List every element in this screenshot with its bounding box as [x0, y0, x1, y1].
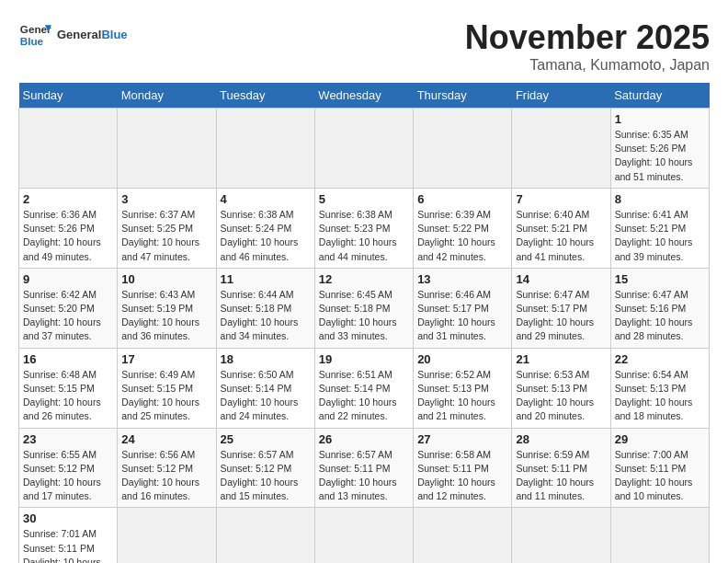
day-info: Sunrise: 6:49 AM Sunset: 5:15 PM Dayligh…: [121, 368, 211, 424]
day-info: Sunrise: 6:41 AM Sunset: 5:21 PM Dayligh…: [615, 208, 705, 264]
day-info: Sunrise: 6:59 AM Sunset: 5:11 PM Dayligh…: [516, 448, 606, 504]
calendar-cell: 8Sunrise: 6:41 AM Sunset: 5:21 PM Daylig…: [610, 188, 709, 268]
general-blue-logo-icon: General Blue: [18, 18, 51, 52]
header: General Blue GeneralBlue November 2025 T…: [18, 18, 710, 74]
day-info: Sunrise: 6:51 AM Sunset: 5:14 PM Dayligh…: [319, 368, 409, 424]
day-number: 1: [615, 112, 705, 126]
day-number: 4: [221, 192, 311, 206]
day-info: Sunrise: 6:44 AM Sunset: 5:18 PM Dayligh…: [221, 288, 311, 344]
calendar-cell: [610, 508, 709, 563]
calendar-cell: 13Sunrise: 6:46 AM Sunset: 5:17 PM Dayli…: [414, 268, 512, 348]
calendar-cell: 11Sunrise: 6:44 AM Sunset: 5:18 PM Dayli…: [216, 268, 314, 348]
day-number: 10: [121, 272, 211, 286]
calendar-week-row: 23Sunrise: 6:55 AM Sunset: 5:12 PM Dayli…: [19, 428, 710, 508]
header-wednesday: Wednesday: [314, 83, 413, 109]
calendar-cell: 4Sunrise: 6:38 AM Sunset: 5:24 PM Daylig…: [216, 188, 314, 268]
calendar-cell: [118, 109, 216, 189]
day-number: 28: [516, 432, 606, 446]
day-number: 14: [516, 272, 606, 286]
svg-text:General: General: [20, 23, 51, 35]
calendar-cell: 22Sunrise: 6:54 AM Sunset: 5:13 PM Dayli…: [610, 348, 709, 428]
day-number: 24: [121, 432, 211, 446]
day-number: 23: [23, 432, 113, 446]
day-number: 8: [615, 192, 705, 206]
day-number: 21: [516, 352, 606, 366]
calendar-cell: 12Sunrise: 6:45 AM Sunset: 5:18 PM Dayli…: [314, 268, 413, 348]
day-number: 2: [23, 192, 113, 206]
calendar-cell: 9Sunrise: 6:42 AM Sunset: 5:20 PM Daylig…: [19, 268, 118, 348]
day-info: Sunrise: 6:50 AM Sunset: 5:14 PM Dayligh…: [221, 368, 311, 424]
calendar-week-row: 16Sunrise: 6:48 AM Sunset: 5:15 PM Dayli…: [19, 348, 710, 428]
calendar-cell: 6Sunrise: 6:39 AM Sunset: 5:22 PM Daylig…: [414, 188, 512, 268]
day-info: Sunrise: 6:55 AM Sunset: 5:12 PM Dayligh…: [23, 448, 113, 504]
day-number: 3: [121, 192, 211, 206]
calendar-cell: 28Sunrise: 6:59 AM Sunset: 5:11 PM Dayli…: [512, 428, 610, 508]
calendar-cell: 23Sunrise: 6:55 AM Sunset: 5:12 PM Dayli…: [19, 428, 118, 508]
calendar-cell: [314, 508, 413, 563]
header-friday: Friday: [512, 83, 610, 109]
calendar-week-row: 30Sunrise: 7:01 AM Sunset: 5:11 PM Dayli…: [19, 508, 710, 563]
day-number: 7: [516, 192, 606, 206]
day-info: Sunrise: 6:42 AM Sunset: 5:20 PM Dayligh…: [23, 288, 113, 344]
day-info: Sunrise: 6:43 AM Sunset: 5:19 PM Dayligh…: [121, 288, 211, 344]
calendar-cell: [512, 109, 610, 189]
day-number: 9: [23, 272, 113, 286]
day-number: 5: [319, 192, 409, 206]
day-number: 20: [417, 352, 507, 366]
day-number: 16: [23, 352, 113, 366]
day-number: 15: [615, 272, 705, 286]
calendar-cell: 17Sunrise: 6:49 AM Sunset: 5:15 PM Dayli…: [118, 348, 216, 428]
day-info: Sunrise: 6:54 AM Sunset: 5:13 PM Dayligh…: [615, 368, 705, 424]
day-info: Sunrise: 6:58 AM Sunset: 5:11 PM Dayligh…: [417, 448, 507, 504]
calendar-cell: 14Sunrise: 6:47 AM Sunset: 5:17 PM Dayli…: [512, 268, 610, 348]
calendar-cell: [118, 508, 216, 563]
calendar-cell: 10Sunrise: 6:43 AM Sunset: 5:19 PM Dayli…: [118, 268, 216, 348]
calendar-table: Sunday Monday Tuesday Wednesday Thursday…: [18, 83, 710, 563]
calendar-cell: 20Sunrise: 6:52 AM Sunset: 5:13 PM Dayli…: [414, 348, 512, 428]
calendar-week-row: 1Sunrise: 6:35 AM Sunset: 5:26 PM Daylig…: [19, 109, 710, 189]
calendar-cell: 27Sunrise: 6:58 AM Sunset: 5:11 PM Dayli…: [414, 428, 512, 508]
day-info: Sunrise: 6:45 AM Sunset: 5:18 PM Dayligh…: [319, 288, 409, 344]
header-monday: Monday: [118, 83, 216, 109]
calendar-cell: 5Sunrise: 6:38 AM Sunset: 5:23 PM Daylig…: [314, 188, 413, 268]
day-info: Sunrise: 6:53 AM Sunset: 5:13 PM Dayligh…: [516, 368, 606, 424]
day-info: Sunrise: 6:40 AM Sunset: 5:21 PM Dayligh…: [516, 208, 606, 264]
day-number: 17: [121, 352, 211, 366]
day-info: Sunrise: 6:46 AM Sunset: 5:17 PM Dayligh…: [417, 288, 507, 344]
calendar-body: 1Sunrise: 6:35 AM Sunset: 5:26 PM Daylig…: [19, 109, 710, 564]
day-number: 12: [319, 272, 409, 286]
month-title: November 2025: [465, 18, 710, 57]
calendar-cell: 16Sunrise: 6:48 AM Sunset: 5:15 PM Dayli…: [19, 348, 118, 428]
day-info: Sunrise: 6:47 AM Sunset: 5:16 PM Dayligh…: [615, 288, 705, 344]
day-info: Sunrise: 6:36 AM Sunset: 5:26 PM Dayligh…: [23, 208, 113, 264]
header-thursday: Thursday: [414, 83, 512, 109]
day-info: Sunrise: 6:35 AM Sunset: 5:26 PM Dayligh…: [615, 128, 705, 184]
calendar-cell: 7Sunrise: 6:40 AM Sunset: 5:21 PM Daylig…: [512, 188, 610, 268]
calendar-header: Sunday Monday Tuesday Wednesday Thursday…: [19, 83, 710, 109]
logo-blue: Blue: [101, 28, 127, 41]
calendar-cell: 24Sunrise: 6:56 AM Sunset: 5:12 PM Dayli…: [118, 428, 216, 508]
header-row: Sunday Monday Tuesday Wednesday Thursday…: [19, 83, 710, 109]
calendar-week-row: 2Sunrise: 6:36 AM Sunset: 5:26 PM Daylig…: [19, 188, 710, 268]
day-number: 27: [417, 432, 507, 446]
day-number: 22: [615, 352, 705, 366]
calendar-cell: 18Sunrise: 6:50 AM Sunset: 5:14 PM Dayli…: [216, 348, 314, 428]
calendar-cell: 25Sunrise: 6:57 AM Sunset: 5:12 PM Dayli…: [216, 428, 314, 508]
calendar-cell: 19Sunrise: 6:51 AM Sunset: 5:14 PM Dayli…: [314, 348, 413, 428]
calendar-cell: [414, 508, 512, 563]
logo: General Blue GeneralBlue: [18, 18, 128, 52]
calendar-cell: [216, 508, 314, 563]
calendar-week-row: 9Sunrise: 6:42 AM Sunset: 5:20 PM Daylig…: [19, 268, 710, 348]
day-info: Sunrise: 6:56 AM Sunset: 5:12 PM Dayligh…: [121, 448, 211, 504]
header-sunday: Sunday: [19, 83, 118, 109]
day-number: 30: [23, 511, 113, 525]
day-info: Sunrise: 7:00 AM Sunset: 5:11 PM Dayligh…: [615, 448, 705, 504]
day-number: 29: [615, 432, 705, 446]
day-info: Sunrise: 6:39 AM Sunset: 5:22 PM Dayligh…: [417, 208, 507, 264]
day-number: 18: [221, 352, 311, 366]
calendar-cell: 30Sunrise: 7:01 AM Sunset: 5:11 PM Dayli…: [19, 508, 118, 563]
day-info: Sunrise: 6:52 AM Sunset: 5:13 PM Dayligh…: [417, 368, 507, 424]
calendar-cell: [414, 109, 512, 189]
calendar-cell: [216, 109, 314, 189]
day-info: Sunrise: 6:47 AM Sunset: 5:17 PM Dayligh…: [516, 288, 606, 344]
